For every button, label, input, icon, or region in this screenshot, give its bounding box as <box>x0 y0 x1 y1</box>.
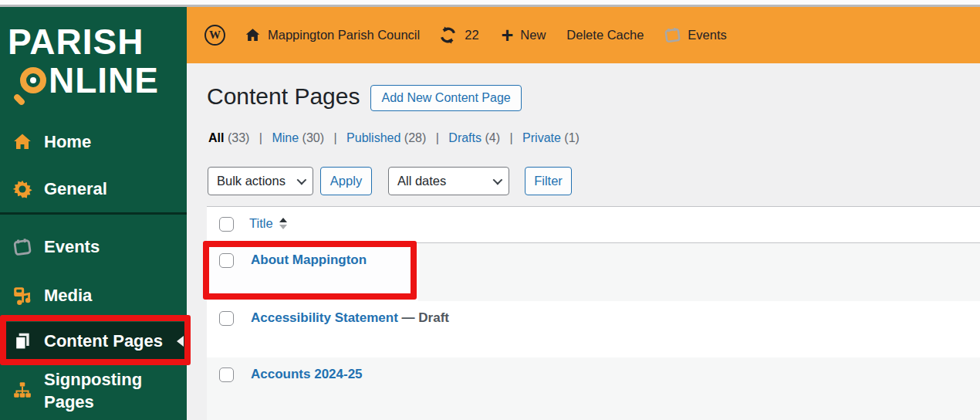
sidebar-divider <box>0 212 187 215</box>
filter-mine[interactable]: Mine (30) <box>272 131 324 144</box>
page-title-link[interactable]: Accessibility Statement <box>251 310 398 325</box>
row-checkbox[interactable] <box>219 368 234 382</box>
title-column-header[interactable]: Title <box>249 216 287 231</box>
apply-button[interactable]: Apply <box>320 167 372 195</box>
filter-separator: | <box>436 131 439 144</box>
row-checkbox[interactable] <box>219 311 234 326</box>
chevron-down-icon <box>493 175 503 185</box>
sidebar-item-label: Events <box>44 236 100 258</box>
admin-topbar: W Mappington Parish Council 22 + New Del… <box>187 7 980 63</box>
logo-text-parish: PARISH <box>8 24 144 59</box>
content-pages-table: Title About Mappington Accessibility Sta… <box>207 206 980 420</box>
filter-separator: | <box>259 131 262 144</box>
media-icon <box>11 286 34 306</box>
page-title: Content Pages <box>207 83 360 110</box>
sidebar-item-label: General <box>44 178 107 200</box>
pages-icon <box>11 331 34 351</box>
topbar-updates[interactable]: 22 <box>439 26 478 44</box>
main-content: Content Pages Add New Content Page All (… <box>187 63 980 420</box>
table-row: About Mappington <box>207 243 980 301</box>
sitemap-icon <box>11 381 34 401</box>
update-icon <box>439 26 457 44</box>
gear-icon <box>11 179 34 199</box>
filter-all[interactable]: All (33) <box>208 131 249 144</box>
sidebar: PARISH NLINE Home General Events Media <box>0 7 187 420</box>
sidebar-item-media[interactable]: Media <box>0 280 187 311</box>
sort-asc-icon <box>279 218 287 222</box>
sidebar-item-home[interactable]: Home <box>0 127 187 158</box>
active-menu-caret-icon <box>177 336 184 347</box>
logo-line2: NLINE <box>20 63 159 98</box>
filter-drafts[interactable]: Drafts (4) <box>448 131 500 144</box>
filter-published[interactable]: Published (28) <box>346 131 426 144</box>
sidebar-item-label: Content Pages <box>44 330 163 352</box>
page-title-link[interactable]: About Mappington <box>251 252 367 267</box>
calendar-icon <box>11 237 34 257</box>
dates-filter-select[interactable]: All dates <box>388 167 509 195</box>
sidebar-item-content-pages[interactable]: Content Pages <box>0 322 187 361</box>
table-header-row: Title <box>207 207 980 243</box>
page-title-link[interactable]: Accounts 2024-25 <box>251 367 363 381</box>
topbar-site-link[interactable]: Mappington Parish Council <box>245 27 420 43</box>
sidebar-item-events[interactable]: Events <box>0 232 187 262</box>
filter-separator: | <box>333 131 336 144</box>
site-name: Mappington Parish Council <box>268 28 420 42</box>
topbar-delete-cache[interactable]: Delete Cache <box>566 28 644 42</box>
sidebar-item-general[interactable]: General <box>0 174 187 205</box>
calendar-icon <box>663 25 683 46</box>
new-label: New <box>520 28 546 42</box>
parish-online-logo[interactable]: PARISH NLINE <box>0 7 187 100</box>
update-count: 22 <box>465 28 478 42</box>
magnifier-icon <box>20 67 46 93</box>
add-new-content-page-button[interactable]: Add New Content Page <box>370 85 521 111</box>
home-icon <box>11 132 34 152</box>
row-checkbox[interactable] <box>219 253 234 268</box>
logo-text-online: NLINE <box>49 63 159 98</box>
plus-icon: + <box>502 28 514 43</box>
sidebar-item-label: Signposting Pages <box>44 368 142 413</box>
wordpress-logo[interactable]: W <box>204 25 225 46</box>
status-filter-links: All (33) | Mine (30) | Published (28) | … <box>208 131 580 145</box>
filter-separator: | <box>509 131 512 144</box>
topbar-new[interactable]: + New <box>502 28 546 43</box>
table-toolbar: Bulk actions Apply All dates Filter <box>208 167 572 195</box>
topbar-events[interactable]: Events <box>664 26 726 44</box>
filter-private[interactable]: Private (1) <box>522 131 580 144</box>
home-icon <box>245 27 261 43</box>
select-all-checkbox[interactable] <box>219 217 234 232</box>
table-row: Accessibility Statement — Draft <box>207 301 980 357</box>
filter-button[interactable]: Filter <box>525 167 572 195</box>
table-row: Accounts 2024-25 <box>207 357 980 420</box>
sidebar-item-label: Media <box>44 285 92 307</box>
sort-arrows <box>279 218 287 229</box>
post-state: — Draft <box>398 310 449 325</box>
chevron-down-icon <box>297 175 307 185</box>
bulk-actions-select[interactable]: Bulk actions <box>208 167 313 195</box>
sidebar-item-label: Home <box>44 131 91 153</box>
sidebar-item-signposting-pages[interactable]: Signposting Pages <box>0 367 187 415</box>
sort-desc-icon <box>279 225 287 229</box>
window-top-strip <box>0 0 980 7</box>
